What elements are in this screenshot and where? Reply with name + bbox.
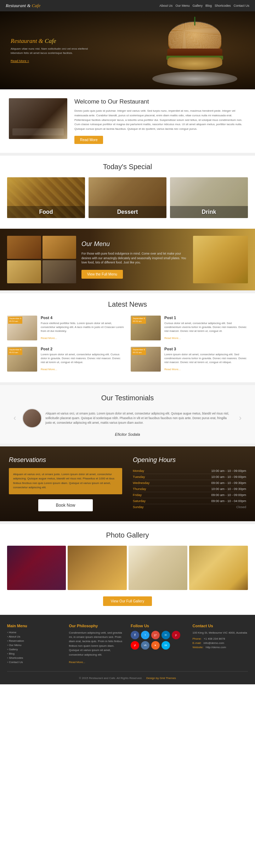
footer-main-menu: Main Menu › Home › About Us › Reservatio…	[7, 624, 63, 665]
gallery-item-1	[7, 546, 66, 590]
oh-row-wed: Wednesday 09:00 am - 10 - 09:30pm	[133, 480, 246, 486]
latest-news-title: Latest News	[7, 300, 248, 308]
footer-link-about[interactable]: › About Us	[7, 635, 63, 638]
welcome-image	[9, 98, 67, 139]
oh-day-tue: Tuesday	[133, 475, 145, 479]
news-read-3[interactable]: Read More...	[164, 368, 181, 371]
menu-text-col: Our Menu For those with pure food indulg…	[81, 236, 188, 283]
oh-row-sat: Saturday 09:00 am - 10 - 04:00pm	[133, 498, 246, 504]
footer-link-reservation[interactable]: › Reservation	[7, 639, 63, 642]
book-now-button[interactable]: Book Now	[38, 499, 93, 511]
menu-thumb-2	[42, 236, 76, 259]
nav-about[interactable]: About Us	[159, 4, 172, 7]
oh-day-fri: Friday	[133, 493, 142, 497]
news-content-4: Post 4 Fusce eleifend porttitor felis. L…	[41, 316, 124, 340]
opening-hours-table: Monday 10:00 am - 10 - 09:00pm Tuesday 1…	[133, 468, 246, 510]
news-read-1[interactable]: Read More...	[164, 336, 181, 340]
news-content-1: Post 1 Cursus dolor sit amet, consectetu…	[164, 316, 248, 340]
social-icon-skype[interactable]: sk	[162, 641, 170, 650]
welcome-body: Donec justo quis justo id pulvinar. Inte…	[74, 109, 246, 132]
social-icon-linkedin[interactable]: in	[162, 631, 170, 639]
hero-section: Restaurant & Cafe Aliquam vitae nunc nis…	[0, 11, 255, 89]
footer: Main Menu › Home › About Us › Reservatio…	[0, 615, 255, 684]
social-icon-rss[interactable]: ▸	[151, 641, 160, 650]
hero-title: Restaurant & Cafe	[11, 38, 89, 45]
social-icon-facebook[interactable]: f	[131, 631, 139, 639]
burger-herb	[194, 17, 196, 26]
gallery-btn-wrap: View Our Full Gallery	[7, 596, 248, 606]
footer-contact-title: Contact Us	[193, 624, 248, 628]
gallery-item-2	[68, 546, 126, 590]
menu-text: For those with pure food indulgence in m…	[81, 251, 188, 265]
social-icons-grid: f t g+ in p yt vk ▸ sk	[131, 631, 186, 650]
divider-4	[0, 444, 255, 446]
social-icon-youtube[interactable]: yt	[131, 641, 139, 650]
burger-plate	[152, 72, 237, 86]
divider-2	[0, 290, 255, 293]
footer-philosophy-title: Our Philosophy	[69, 624, 125, 628]
special-dessert[interactable]: Dessert	[89, 177, 166, 218]
welcome-read-more-button[interactable]: Read More	[74, 136, 103, 144]
gallery-grid	[7, 546, 248, 590]
footer-phone-value: +1 408 234 8678	[204, 637, 225, 640]
todays-special-title: Today's Special	[7, 163, 248, 171]
welcome-title: Welcome to Our Restaurant	[74, 98, 246, 105]
footer-link-blog[interactable]: › Blog	[7, 652, 63, 655]
gallery-item-3	[129, 546, 187, 590]
hero-read-more[interactable]: Read More »	[11, 59, 29, 63]
oh-time-wed: 09:00 am - 10 - 09:30pm	[211, 481, 246, 485]
nav-contact[interactable]: Contact Us	[233, 4, 249, 7]
news-date-2: September 605:53 am	[8, 348, 22, 355]
news-date-3: September 605:53 am	[132, 348, 146, 355]
social-icon-pinterest[interactable]: p	[172, 631, 180, 639]
oh-row-fri: Friday 09:00 am - 10 - 09:00pm	[133, 492, 246, 498]
news-post-title-4: Post 4	[41, 316, 124, 320]
nav-menu[interactable]: Our Menu	[175, 4, 189, 7]
oh-row-tue: Tuesday 10:00 am - 10 - 09:00pm	[133, 474, 246, 480]
footer-philosophy: Our Philosophy Condimentum adipiscing ve…	[69, 624, 125, 665]
testimonial-prev-arrow[interactable]: ‹	[11, 411, 19, 425]
footer-email-value: info@demo.com	[204, 641, 224, 645]
social-icon-twitter[interactable]: t	[141, 631, 149, 639]
footer-follow-title: Follow Us	[131, 624, 186, 628]
nav-blog[interactable]: Blog	[205, 4, 212, 7]
footer-link-our-menu[interactable]: › Our Menu	[7, 644, 63, 647]
nav-gallery[interactable]: Gallery	[192, 4, 203, 7]
special-drink[interactable]: Drink	[170, 177, 248, 218]
news-post-4: September 605:53 am Post 4 Fusce eleifen…	[7, 316, 124, 340]
footer-contact-website-row: Website: http://demo.com	[193, 646, 248, 649]
news-img-3: September 605:53 am	[131, 347, 161, 372]
view-full-gallery-button[interactable]: View Our Full Gallery	[103, 596, 152, 606]
view-full-menu-button[interactable]: View the Full Menu	[81, 270, 123, 279]
footer-link-home[interactable]: › Home	[7, 631, 63, 634]
footer-website-label: Website:	[193, 646, 204, 649]
hero-text: Aliquam vitae nunc nisl. Nam sollicitudi…	[11, 47, 89, 55]
news-text-1: Cursus dolor sit amet, consectetur adipi…	[164, 321, 248, 333]
burger-bun-bottom	[168, 57, 222, 70]
hero-burger	[149, 15, 241, 89]
photo-gallery-section: Photo Gallery View Our Full Gallery	[0, 524, 255, 615]
footer-philosophy-read[interactable]: Read More...	[69, 661, 85, 664]
social-icon-vk[interactable]: vk	[141, 641, 149, 650]
footer-link-gallery[interactable]: › Gallery	[7, 648, 63, 651]
oh-row-sun: Sunday Closed	[133, 504, 246, 510]
gallery-item-4	[189, 546, 248, 590]
news-read-4[interactable]: Read More...	[41, 336, 57, 340]
oh-row-thu: Thursday 10:00 am - 10 - 09:30pm	[133, 486, 246, 492]
footer-link-contact[interactable]: › Contact Us	[7, 661, 63, 664]
oh-day-mon: Monday	[133, 469, 144, 473]
photo-gallery-title: Photo Gallery	[7, 531, 248, 539]
news-text-4: Fusce eleifend porttitor felis. Lorem ip…	[41, 321, 124, 333]
news-read-2[interactable]: Read More...	[41, 368, 57, 371]
news-date-4: September 605:53 am	[8, 317, 22, 324]
footer-contact: Contact Us 100 King St, Melbourne VIC 40…	[193, 624, 248, 665]
footer-link-shortcodes[interactable]: › Shortcodes	[7, 656, 63, 660]
social-icon-googleplus[interactable]: g+	[151, 631, 160, 639]
divider-5	[0, 521, 255, 524]
nav-shortcodes[interactable]: Shortcodes	[215, 4, 231, 7]
special-food[interactable]: Food	[7, 177, 85, 218]
testimonial-avatar	[22, 408, 42, 428]
menu-thumb-1	[7, 236, 41, 259]
footer-design: Design by Grid Themes	[146, 677, 176, 680]
testimonial-next-arrow[interactable]: ›	[236, 411, 244, 425]
